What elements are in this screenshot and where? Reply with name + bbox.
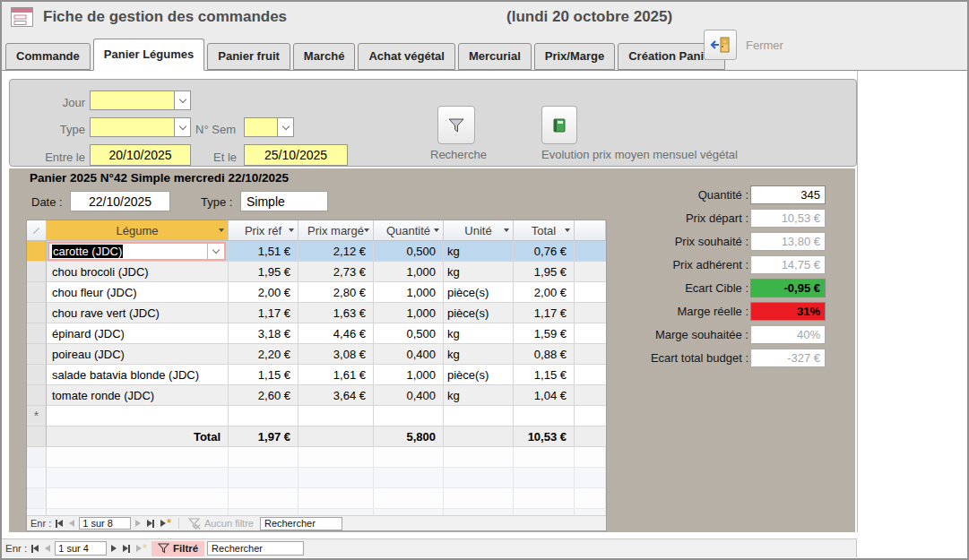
prix-ref-cell[interactable]: 2,20 € xyxy=(229,344,298,365)
unite-cell[interactable]: pièce(s) xyxy=(444,282,514,303)
select-all-corner[interactable] xyxy=(27,220,47,241)
date-from-field[interactable] xyxy=(90,144,191,166)
unite-cell[interactable]: kg xyxy=(444,385,514,406)
prix-ref-cell[interactable]: 2,00 € xyxy=(229,282,298,303)
quantite-cell[interactable]: 0,400 xyxy=(374,385,444,406)
prix-marge-cell[interactable] xyxy=(298,406,374,426)
new-record-selector[interactable]: * xyxy=(27,406,47,426)
prix-ref-cell[interactable]: 1,51 € xyxy=(229,241,298,262)
legume-cell[interactable]: tomate ronde (JDC) xyxy=(47,385,229,406)
date-to-field[interactable] xyxy=(244,144,348,166)
table-row[interactable]: salade batavia blonde (JDC) 1,15 € 1,61 … xyxy=(27,365,606,385)
last-record-button[interactable] xyxy=(121,545,132,553)
tab-commande[interactable]: Commande xyxy=(5,43,91,70)
row-selector[interactable] xyxy=(27,282,47,303)
chevron-down-icon[interactable] xyxy=(207,244,223,259)
record-position-box[interactable]: 1 sur 4 xyxy=(55,541,107,556)
next-record-button[interactable] xyxy=(134,520,143,527)
new-record-row[interactable]: * xyxy=(27,406,606,426)
column-dropdown-icon[interactable] xyxy=(504,228,509,232)
quantite-cell[interactable]: 0,500 xyxy=(374,323,444,344)
panier-date-field[interactable]: 22/10/2025 xyxy=(70,191,170,211)
first-record-button[interactable] xyxy=(30,545,40,553)
total-cell[interactable] xyxy=(514,406,575,426)
table-row[interactable]: tomate ronde (JDC) 2,60 € 3,64 € 0,400 k… xyxy=(27,385,606,406)
no-filter-toggle[interactable]: Aucun filtre xyxy=(185,518,257,530)
column-header-unite[interactable]: Unité xyxy=(444,220,514,241)
previous-record-button[interactable] xyxy=(67,520,76,527)
row-selector[interactable] xyxy=(27,365,47,385)
total-cell[interactable]: 1,17 € xyxy=(514,303,575,323)
tab-panier-legumes[interactable]: Panier Légumes xyxy=(93,39,204,71)
table-row[interactable]: épinard (JDC) 3,18 € 4,46 € 0,500 kg 1,5… xyxy=(27,323,606,344)
column-dropdown-icon[interactable] xyxy=(434,228,439,232)
tab-marche[interactable]: Marché xyxy=(293,43,356,70)
quantite-cell[interactable]: 1,000 xyxy=(374,262,444,282)
prix-ref-cell[interactable]: 2,60 € xyxy=(229,385,298,406)
prix-marge-cell[interactable]: 3,64 € xyxy=(298,385,374,406)
row-selector[interactable] xyxy=(27,344,47,365)
record-position-box[interactable]: 1 sur 8 xyxy=(79,517,131,530)
previous-record-button[interactable] xyxy=(43,545,52,552)
column-header-legume[interactable]: Légume xyxy=(47,220,229,241)
unite-cell[interactable]: kg xyxy=(444,344,514,365)
row-selector[interactable] xyxy=(27,303,47,323)
next-record-button[interactable] xyxy=(109,545,118,552)
subform-search-box[interactable] xyxy=(260,517,342,530)
column-dropdown-icon[interactable] xyxy=(565,228,570,232)
prix-marge-cell[interactable]: 2,80 € xyxy=(298,282,374,303)
search-button[interactable] xyxy=(437,106,475,144)
first-record-button[interactable] xyxy=(54,520,65,528)
evolution-button[interactable] xyxy=(541,106,577,144)
quantite-cell[interactable]: 0,400 xyxy=(374,344,444,365)
row-selector[interactable] xyxy=(27,385,47,406)
total-cell[interactable]: 0,88 € xyxy=(514,344,575,365)
type-combobox[interactable] xyxy=(90,117,191,137)
prix-marge-cell[interactable]: 1,63 € xyxy=(298,303,374,323)
legume-cell[interactable] xyxy=(47,406,229,426)
row-selector[interactable] xyxy=(27,262,47,282)
table-row-current[interactable]: carotte (JDC) 1,51 € 2,12 € 0,500 kg 0,7… xyxy=(27,241,606,262)
legume-cell[interactable]: chou brocoli (JDC) xyxy=(47,262,229,282)
column-header-prix-ref[interactable]: Prix réf xyxy=(229,220,298,241)
row-selector-current[interactable] xyxy=(27,241,47,262)
total-cell[interactable]: 0,76 € xyxy=(514,241,575,262)
unite-cell[interactable]: kg xyxy=(444,262,514,282)
new-record-button[interactable]: * xyxy=(134,545,149,552)
prix-ref-cell[interactable]: 1,17 € xyxy=(229,303,298,323)
prix-marge-cell[interactable]: 2,12 € xyxy=(298,241,374,262)
quantite-cell[interactable]: 1,000 xyxy=(374,303,444,323)
column-dropdown-icon[interactable] xyxy=(219,228,224,232)
legume-cell[interactable]: poireau (JDC) xyxy=(47,344,229,365)
filtered-toggle[interactable]: Filtré xyxy=(151,541,204,556)
unite-cell[interactable]: kg xyxy=(444,241,514,262)
quantite-cell[interactable]: 1,000 xyxy=(374,282,444,303)
quantite-field[interactable]: 345 xyxy=(750,185,826,204)
legume-cell[interactable]: salade batavia blonde (JDC) xyxy=(47,365,229,385)
prix-ref-cell[interactable]: 1,95 € xyxy=(229,262,298,282)
table-row[interactable]: chou fleur (JDC) 2,00 € 2,80 € 1,000 piè… xyxy=(27,282,606,303)
quantite-cell[interactable] xyxy=(374,406,444,426)
legume-cell[interactable]: épinard (JDC) xyxy=(47,323,229,344)
tab-mercurial[interactable]: Mercurial xyxy=(458,43,532,70)
unite-cell[interactable]: pièce(s) xyxy=(444,303,514,323)
column-header-total[interactable]: Total xyxy=(514,220,575,241)
tab-achat-vegetal[interactable]: Achat végétal xyxy=(358,43,455,70)
prix-marge-cell[interactable]: 3,08 € xyxy=(298,344,374,365)
total-cell[interactable]: 1,15 € xyxy=(514,365,575,385)
total-cell[interactable]: 1,04 € xyxy=(514,385,575,406)
unite-cell[interactable]: pièce(s) xyxy=(444,365,514,385)
form-search-box[interactable] xyxy=(207,541,304,556)
jour-combobox[interactable] xyxy=(90,90,191,110)
prix-marge-cell[interactable]: 1,61 € xyxy=(298,365,374,385)
table-row[interactable]: chou rave vert (JDC) 1,17 € 1,63 € 1,000… xyxy=(27,303,606,323)
panier-type-field[interactable]: Simple xyxy=(240,191,328,211)
tab-panier-fruit[interactable]: Panier fruit xyxy=(207,43,290,70)
table-row[interactable]: poireau (JDC) 2,20 € 3,08 € 0,400 kg 0,8… xyxy=(27,344,606,365)
legume-combobox[interactable]: carotte (JDC) xyxy=(48,242,226,261)
prix-marge-cell[interactable]: 2,73 € xyxy=(298,262,374,282)
new-record-button[interactable]: * xyxy=(159,520,173,527)
tab-prix-marge[interactable]: Prix/Marge xyxy=(534,43,615,70)
column-dropdown-icon[interactable] xyxy=(364,228,369,232)
row-selector[interactable] xyxy=(27,323,47,344)
